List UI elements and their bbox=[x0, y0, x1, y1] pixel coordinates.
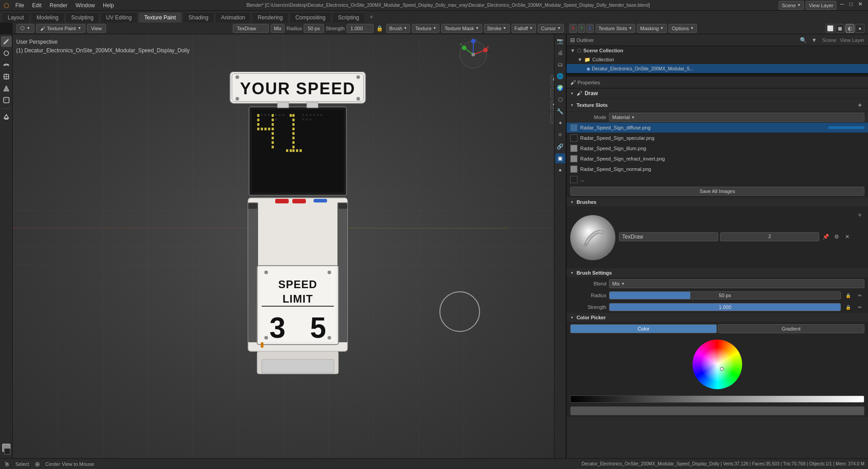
tab-modeling[interactable]: Modeling bbox=[31, 12, 65, 23]
add-workspace-button[interactable]: + bbox=[366, 11, 377, 22]
3d-viewport[interactable]: SPEED LIMIT 3 5 bbox=[13, 34, 566, 458]
brush-list-add-btn[interactable]: + bbox=[855, 211, 864, 220]
tab-scripting[interactable]: Scripting bbox=[332, 12, 365, 23]
gradient-tab-btn[interactable]: Gradient bbox=[718, 324, 864, 333]
tab-compositing[interactable]: Compositing bbox=[290, 12, 332, 23]
texture-btn[interactable]: Texture ▼ bbox=[412, 24, 439, 33]
window-minimize[interactable]: ─ bbox=[838, 1, 846, 10]
masking-btn[interactable]: Masking ▼ bbox=[637, 24, 667, 33]
scene-select[interactable]: Scene ▼ bbox=[779, 1, 804, 10]
strength-pen-btn[interactable]: ✏ bbox=[855, 303, 864, 312]
texture-slots-header[interactable]: ▼ Texture Slots + bbox=[567, 99, 868, 112]
texture-slots-btn[interactable]: Texture Slots ▼ bbox=[596, 24, 636, 33]
tab-rendering[interactable]: Rendering bbox=[252, 12, 288, 23]
editor-type-btn[interactable]: ⬡ ▼ bbox=[16, 24, 34, 33]
rendered-mode-btn[interactable]: ● bbox=[855, 24, 864, 33]
render-props-icon[interactable]: 📷 bbox=[555, 36, 565, 46]
view-layer-select[interactable]: View Layer bbox=[806, 1, 836, 10]
material-props-icon[interactable]: ● bbox=[555, 165, 565, 175]
color-picker-header[interactable]: ▼ Color Picker bbox=[567, 313, 868, 322]
radius-slider[interactable]: 50 px bbox=[609, 291, 841, 299]
brush-name-display[interactable]: TexDraw bbox=[619, 232, 718, 241]
draw-section-header[interactable]: ▼ 🖌 Draw bbox=[567, 88, 868, 99]
menu-render[interactable]: Render bbox=[46, 1, 71, 9]
texture-mask-btn[interactable]: Texture Mask ▼ bbox=[441, 24, 482, 33]
radius-pen-btn[interactable]: ✏ bbox=[855, 291, 864, 300]
tab-shading[interactable]: Shading bbox=[183, 12, 214, 23]
object-row[interactable]: ◆ Decatur_Electronics_OnSite_200MX_Modul… bbox=[567, 64, 868, 73]
background-color-swatch[interactable] bbox=[4, 448, 10, 455]
options-btn[interactable]: Options ▼ bbox=[669, 24, 697, 33]
physics-props-icon[interactable]: ⚛ bbox=[555, 130, 565, 140]
erase-tool-btn[interactable] bbox=[1, 111, 12, 122]
mix-selector[interactable]: Mix bbox=[271, 24, 285, 33]
brush-number-field[interactable]: 2 bbox=[720, 232, 819, 241]
brush-pin-btn[interactable]: 📌 bbox=[821, 232, 830, 241]
fill-tool-btn[interactable] bbox=[1, 83, 12, 94]
outliner-filter2-btn[interactable]: ▼ bbox=[810, 36, 819, 45]
mode-selector[interactable]: 🖌 Texture Paint ▼ bbox=[36, 24, 85, 33]
texture-slot-2[interactable]: Radar_Speed_Sign_illum.png bbox=[567, 143, 868, 154]
view-menu-btn[interactable]: View bbox=[87, 24, 106, 33]
texture-slot-3[interactable]: Radar_Speed_Sign_refract_invert.png bbox=[567, 154, 868, 164]
strength-lock-btn[interactable]: 🔒 bbox=[844, 303, 853, 312]
menu-help[interactable]: Help bbox=[99, 1, 118, 9]
texture-slot-1[interactable]: Radar_Speed_Sign_specular.png bbox=[567, 133, 868, 143]
tab-uv-editing[interactable]: UV Editing bbox=[100, 12, 138, 23]
menu-file[interactable]: File bbox=[12, 1, 28, 9]
draw-tool-btn[interactable] bbox=[1, 36, 12, 47]
scene-props-icon[interactable]: 🌐 bbox=[555, 71, 565, 81]
tab-layout[interactable]: Layout bbox=[2, 12, 30, 23]
tab-sculpting[interactable]: Sculpting bbox=[65, 12, 99, 23]
brush-settings-header[interactable]: ▼ Brush Settings bbox=[567, 268, 868, 278]
wireframe-mode-btn[interactable]: ⬜ bbox=[826, 24, 835, 33]
world-props-icon[interactable]: 🌍 bbox=[555, 83, 565, 93]
particles-props-icon[interactable]: ✦ bbox=[555, 118, 565, 128]
falloff-btn[interactable]: Falloff ▼ bbox=[512, 24, 536, 33]
stroke-btn[interactable]: Stroke ▼ bbox=[484, 24, 510, 33]
mask-tool-btn[interactable] bbox=[1, 95, 12, 106]
window-maximize[interactable]: □ bbox=[848, 1, 854, 10]
strength-field[interactable]: 1.000 bbox=[346, 24, 374, 33]
texture-slot-5[interactable]: ... bbox=[567, 175, 868, 185]
brush-delete-btn[interactable]: ✕ bbox=[843, 232, 852, 241]
strength-slider[interactable]: 1.000 bbox=[609, 303, 841, 311]
radius-field[interactable]: 50 px bbox=[304, 24, 324, 33]
brush-settings-btn[interactable]: ⚙ bbox=[832, 232, 841, 241]
mode-dropdown[interactable]: Material ▼ bbox=[609, 113, 864, 122]
blend-dropdown[interactable]: Mix ▼ bbox=[609, 279, 864, 288]
brushes-section-header[interactable]: ▼ Brushes bbox=[567, 198, 868, 207]
outliner-filter-btn[interactable]: 🔍 bbox=[799, 36, 808, 45]
object-props-icon[interactable]: ⬡ bbox=[555, 95, 565, 105]
color-wheel-container[interactable] bbox=[567, 335, 868, 394]
object-data-props-icon[interactable]: ▣ bbox=[555, 153, 565, 163]
xyz-toggle-x[interactable]: X bbox=[569, 24, 577, 33]
color-tab-btn[interactable]: Color bbox=[570, 324, 717, 333]
texture-slot-4[interactable]: Radar_Speed_Sign_normal.png bbox=[567, 164, 868, 175]
soften-tool-btn[interactable] bbox=[1, 48, 12, 59]
radius-lock-btn[interactable]: 🔒 bbox=[844, 291, 853, 300]
clone-tool-btn[interactable] bbox=[1, 71, 12, 82]
view-layer-props-icon[interactable]: 🗂 bbox=[555, 60, 565, 69]
texture-slot-0[interactable]: Radar_Speed_Sign_diffuse.png bbox=[567, 123, 868, 133]
add-texture-slot-btn[interactable]: + bbox=[855, 101, 864, 110]
color-wheel[interactable] bbox=[693, 340, 742, 389]
xyz-toggle-y[interactable]: Y bbox=[578, 24, 586, 33]
brush-name-field[interactable]: TexDraw bbox=[233, 24, 269, 33]
solid-mode-btn[interactable]: ◼ bbox=[836, 24, 845, 33]
brush-preview[interactable] bbox=[570, 215, 615, 260]
material-preview-btn[interactable]: ◐ bbox=[845, 24, 854, 33]
constraints-props-icon[interactable]: 🔗 bbox=[555, 142, 565, 152]
cursor-btn[interactable]: Cursor ▼ bbox=[538, 24, 564, 33]
smear-tool-btn[interactable] bbox=[1, 60, 12, 70]
xyz-toggle-z[interactable]: Z bbox=[586, 24, 593, 33]
modifier-props-icon[interactable]: 🔧 bbox=[555, 106, 565, 116]
output-props-icon[interactable]: 🖨 bbox=[555, 48, 565, 58]
axis-widget[interactable]: X Y Z bbox=[457, 39, 489, 72]
save-all-images-btn[interactable]: Save All Images bbox=[570, 187, 864, 196]
collection-row[interactable]: ▼ 📁 Collection bbox=[567, 55, 868, 64]
value-slider[interactable] bbox=[570, 395, 864, 403]
window-close[interactable]: ✕ bbox=[856, 1, 864, 10]
menu-window[interactable]: Window bbox=[72, 1, 98, 9]
tab-animation[interactable]: Animation bbox=[215, 12, 251, 23]
